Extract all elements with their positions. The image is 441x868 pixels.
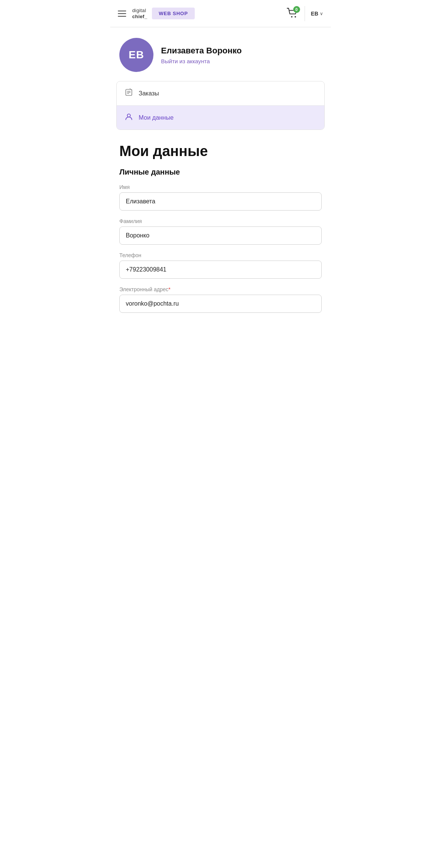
label-last-name: Фамилия <box>119 218 322 224</box>
logo-line1: digital <box>132 8 147 14</box>
user-menu-button[interactable]: ЕВ ∨ <box>310 9 325 18</box>
webshop-button[interactable]: WEB SHOP <box>152 8 195 19</box>
label-phone: Телефон <box>119 252 322 258</box>
menu-item-orders-label: Заказы <box>139 90 159 97</box>
profile-name: Елизавета Воронко <box>161 46 242 56</box>
form-group-phone: Телефон <box>119 252 322 279</box>
logout-link[interactable]: Выйти из аккаунта <box>161 58 242 64</box>
user-initials: ЕВ <box>311 11 318 17</box>
svg-point-0 <box>291 16 292 17</box>
main-content: Мои данные Личные данные ИмяФамилияТелеф… <box>110 139 331 336</box>
logo: digital chief_ <box>132 8 147 19</box>
page-title: Мои данные <box>119 144 322 159</box>
form-group-last-name: Фамилия <box>119 218 322 245</box>
menu-item-orders[interactable]: Заказы <box>117 81 324 106</box>
hamburger-menu-button[interactable] <box>116 9 128 18</box>
svg-point-6 <box>127 114 130 117</box>
header: digital chief_ WEB SHOP 0 ЕВ ∨ <box>110 0 331 27</box>
form-group-first-name: Имя <box>119 184 322 211</box>
section-title: Личные данные <box>119 168 322 176</box>
person-icon <box>124 112 133 123</box>
chevron-down-icon: ∨ <box>320 11 323 16</box>
form-group-email: Электронный адрес* <box>119 286 322 313</box>
required-asterisk: * <box>169 286 170 292</box>
personal-data-form: ИмяФамилияТелефонЭлектронный адрес* <box>119 184 322 313</box>
label-email: Электронный адрес* <box>119 286 322 292</box>
menu-item-mydata[interactable]: Мои данные <box>117 106 324 130</box>
input-first-name[interactable] <box>119 192 322 211</box>
svg-point-1 <box>294 16 296 17</box>
account-menu-card: Заказы Мои данные <box>116 81 325 130</box>
header-divider <box>305 6 305 21</box>
cart-badge: 0 <box>293 6 300 13</box>
logo-line2: chief_ <box>132 14 147 20</box>
profile-section: ЕВ Елизавета Воронко Выйти из аккаунта <box>110 27 331 81</box>
avatar-initials: ЕВ <box>129 49 144 61</box>
menu-item-mydata-label: Мои данные <box>139 114 174 121</box>
avatar: ЕВ <box>119 38 153 72</box>
cart-button[interactable]: 0 <box>285 6 300 21</box>
orders-icon <box>124 88 133 98</box>
profile-info: Елизавета Воронко Выйти из аккаунта <box>161 46 242 64</box>
input-phone[interactable] <box>119 261 322 279</box>
label-first-name: Имя <box>119 184 322 190</box>
input-email[interactable] <box>119 295 322 313</box>
input-last-name[interactable] <box>119 226 322 245</box>
